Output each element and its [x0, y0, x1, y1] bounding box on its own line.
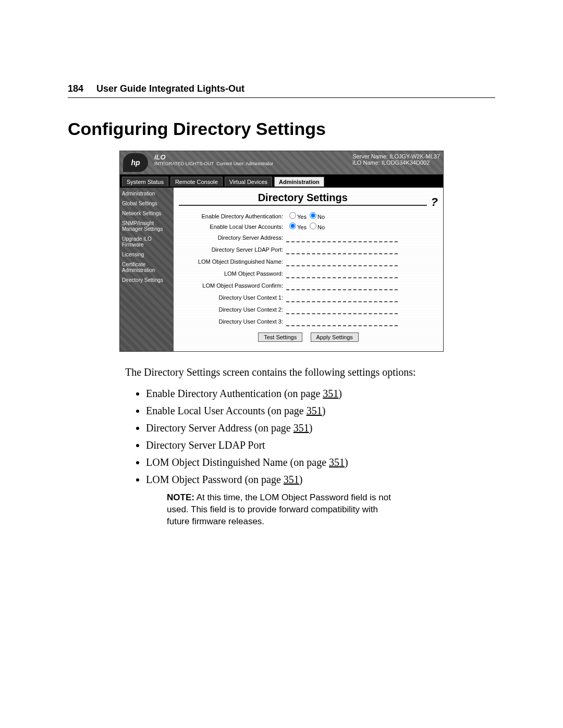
page-link[interactable]: 351 — [329, 456, 345, 468]
radio-no[interactable] — [310, 223, 316, 229]
list-item: Directory Server LDAP Port — [146, 439, 495, 451]
lom-object-distinguished-name-input[interactable] — [286, 257, 398, 266]
options-list: Enable Directory Authentication (on page… — [146, 388, 495, 486]
page-link[interactable]: 351 — [284, 474, 299, 485]
radio-label: No — [317, 214, 325, 220]
field-label: Directory User Context 2: — [179, 306, 286, 313]
field-label: Directory Server Address: — [179, 235, 286, 241]
apply-settings-button[interactable]: Apply Settings — [311, 332, 359, 342]
note-label: NOTE: — [167, 492, 194, 502]
form-row: Directory User Context 3: — [179, 317, 438, 326]
directory-user-context-1-input[interactable] — [286, 293, 398, 302]
directory-settings-screenshot: hp iLO INTEGRATED LIGHTS-OUT Current Use… — [119, 151, 444, 352]
radio-label: No — [317, 224, 325, 230]
form-row: LOM Object Password: — [179, 269, 438, 278]
directory-user-context-2-input[interactable] — [286, 305, 398, 314]
panel-title: Directory Settings — [179, 192, 427, 206]
page-number: 184 — [68, 83, 83, 94]
page-link[interactable]: 351 — [323, 388, 338, 399]
directory-server-ldap-port-input[interactable] — [286, 245, 398, 254]
form-row: LOM Object Distinguished Name: — [179, 257, 438, 266]
ilo-subtitle: INTEGRATED LIGHTS-OUT Current User: Admi… — [154, 161, 352, 166]
radio-no[interactable] — [310, 212, 316, 219]
list-item: LOM Object Password (on page 351) — [146, 474, 495, 486]
form-row: Directory Server LDAP Port: — [179, 245, 438, 254]
tab-bar: System StatusRemote ConsoleVirtual Devic… — [120, 175, 443, 187]
lom-object-password-input[interactable] — [286, 269, 398, 278]
sidebar-item-snmp-insight-manager-settings[interactable]: SNMP/Insight Manager Settings — [122, 220, 172, 232]
field-label: Enable Local User Accounts: — [179, 224, 286, 230]
sidebar-item-licensing[interactable]: Licensing — [122, 252, 172, 257]
tab-system-status[interactable]: System Status — [122, 177, 168, 187]
radio-yes[interactable] — [289, 212, 296, 219]
hp-logo: hp — [123, 153, 148, 172]
server-name-label: Server Name: — [352, 153, 388, 159]
page-link[interactable]: 351 — [293, 422, 309, 434]
field-label: Directory Server LDAP Port: — [179, 246, 286, 253]
field-label: Directory User Context 1: — [179, 294, 286, 301]
field-label: Enable Directory Authentication: — [179, 213, 286, 219]
directory-server-address-input[interactable] — [286, 233, 398, 242]
sidebar-nav: AdministrationGlobal SettingsNetwork Set… — [120, 188, 174, 351]
field-label: Directory User Context 3: — [179, 318, 286, 325]
list-item: Enable Directory Authentication (on page… — [146, 388, 495, 400]
note-block: NOTE: At this time, the LOM Object Passw… — [167, 492, 391, 528]
sidebar-item-administration[interactable]: Administration — [122, 191, 172, 196]
ilo-name-label: iLO Name: — [352, 159, 380, 166]
sidebar-item-certificate-administration[interactable]: Certificate Administration — [122, 262, 172, 273]
ilo-name-value: ILODG34K34D002 — [382, 159, 430, 166]
directory-user-context-3-input[interactable] — [286, 317, 398, 326]
sidebar-item-global-settings[interactable]: Global Settings — [122, 201, 172, 206]
sidebar-item-directory-settings[interactable]: Directory Settings — [122, 277, 172, 283]
list-item: LOM Object Distinguished Name (on page 3… — [146, 456, 495, 468]
book-title: User Guide Integrated Lights-Out — [96, 83, 244, 94]
help-icon[interactable]: ? — [431, 195, 438, 209]
radio-yes[interactable] — [289, 223, 296, 229]
form-row: Enable Local User Accounts:YesNo — [179, 223, 438, 230]
tab-virtual-devices[interactable]: Virtual Devices — [225, 177, 272, 187]
form-row: Directory User Context 1: — [179, 293, 438, 302]
form-row: Directory Server Address: — [179, 233, 438, 242]
field-label: LOM Object Password Confirm: — [179, 282, 286, 289]
running-header: 184 User Guide Integrated Lights-Out — [68, 83, 495, 98]
list-item: Enable Local User Accounts (on page 351) — [146, 405, 495, 417]
form-row: LOM Object Password Confirm: — [179, 281, 438, 290]
page-link[interactable]: 351 — [307, 405, 322, 416]
form-row: Enable Directory Authentication:YesNo — [179, 212, 438, 220]
field-label: LOM Object Distinguished Name: — [179, 258, 286, 265]
list-item: Directory Server Address (on page 351) — [146, 422, 495, 434]
radio-label: Yes — [297, 224, 307, 230]
field-label: LOM Object Password: — [179, 270, 286, 277]
page-title: Configuring Directory Settings — [68, 119, 495, 139]
form-row: Directory User Context 2: — [179, 305, 438, 314]
intro-text: The Directory Settings screen contains t… — [125, 366, 438, 378]
note-body: At this time, the LOM Object Password fi… — [167, 492, 391, 526]
tab-administration[interactable]: Administration — [274, 177, 324, 187]
sidebar-item-upgrade-ilo-firmware[interactable]: Upgrade iLO Firmware — [122, 236, 172, 248]
lom-object-password-confirm-input[interactable] — [286, 281, 398, 290]
ilo-brand: iLO — [154, 153, 166, 161]
server-name-value: ILOJGY-W2K-ML37 — [389, 153, 440, 159]
radio-label: Yes — [297, 214, 307, 220]
sidebar-item-network-settings[interactable]: Network Settings — [122, 211, 172, 216]
tab-remote-console[interactable]: Remote Console — [170, 177, 223, 187]
test-settings-button[interactable]: Test Settings — [258, 332, 302, 342]
